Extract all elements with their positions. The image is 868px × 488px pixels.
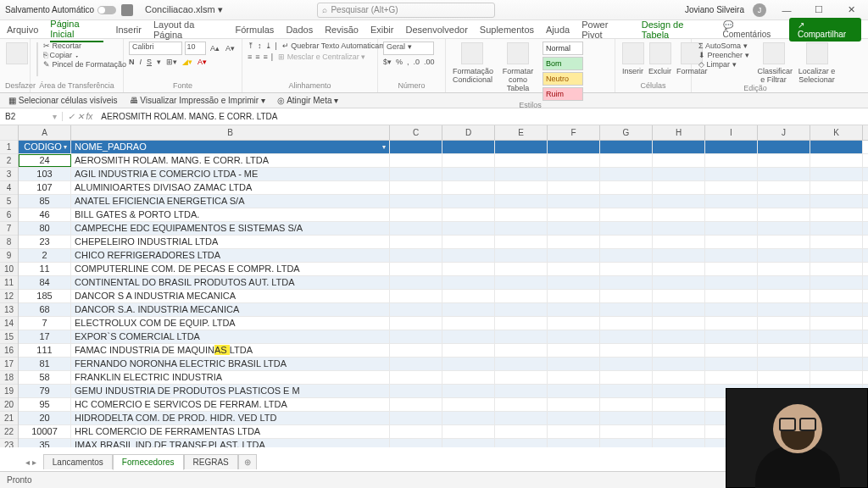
sheet-tab-regras[interactable]: REGRAS — [184, 454, 238, 469]
cell[interactable]: CHICO REFRIGERADORES LTDA — [71, 249, 390, 262]
cell[interactable]: 46 — [19, 208, 71, 221]
cell[interactable] — [442, 290, 495, 302]
style-chip-neutro[interactable]: Neutro — [542, 72, 583, 86]
col-header-J[interactable]: J — [758, 125, 810, 140]
row-header[interactable]: 18 — [0, 371, 18, 385]
cell[interactable] — [495, 303, 548, 316]
tab-inserir[interactable]: Inserir — [115, 23, 142, 36]
cell[interactable] — [495, 412, 548, 424]
cell[interactable]: ALUMINIOARTES DIVISAO ZAMAC LTDA — [71, 181, 390, 194]
row-header[interactable]: 17 — [0, 358, 18, 371]
cell[interactable]: 79 — [19, 385, 71, 397]
increase-decimal-button[interactable]: .0 — [414, 58, 420, 66]
cell[interactable]: BILL GATES & PORTO LTDA. — [71, 208, 390, 221]
cell[interactable] — [548, 358, 600, 370]
copy-button[interactable]: ⎘ Copiar ▾ — [42, 51, 128, 59]
cell[interactable]: CHEPELEIRO INDUSTRIAL LTDA — [71, 236, 390, 248]
user-name[interactable]: Joviano Silveira — [685, 5, 744, 14]
cell[interactable]: GEMU INDUSTRIA DE PRODUTOS PLASTICOS E M — [71, 385, 390, 397]
insert-cells-button[interactable] — [622, 42, 644, 64]
print-preview-button[interactable]: 🖶 Visualizar Impressão e Imprimir ▾ — [130, 96, 265, 105]
cell[interactable]: 2 — [19, 249, 71, 262]
row-header[interactable]: 3 — [0, 168, 18, 181]
cell[interactable] — [705, 181, 758, 194]
cell[interactable] — [810, 222, 863, 235]
cell[interactable] — [442, 249, 495, 262]
cell[interactable]: 68 — [19, 303, 71, 316]
cell[interactable] — [653, 263, 705, 275]
cell[interactable] — [810, 195, 863, 208]
fill-color-button[interactable]: ◢▾ — [182, 58, 192, 66]
cell[interactable] — [810, 236, 863, 248]
col-header-D[interactable]: D — [442, 125, 495, 140]
cell[interactable] — [758, 208, 810, 221]
cell[interactable] — [653, 425, 705, 438]
cell[interactable] — [548, 439, 600, 447]
sheet-nav[interactable]: ◂ ▸ — [19, 455, 43, 469]
row-header[interactable]: 1 — [0, 141, 18, 154]
cell[interactable]: 107 — [19, 181, 71, 194]
row-header[interactable]: 16 — [0, 344, 18, 358]
cell[interactable] — [548, 412, 600, 424]
cell[interactable] — [600, 398, 653, 411]
cell[interactable] — [705, 330, 758, 343]
cell[interactable]: 111 — [19, 344, 71, 357]
fx-icon[interactable]: ✓ ✕ fx — [63, 112, 97, 121]
col-header-K[interactable]: K — [810, 125, 863, 140]
cell[interactable] — [600, 344, 653, 357]
underline-button[interactable]: S — [147, 58, 152, 66]
autosave-toggle[interactable]: Salvamento Automático — [5, 5, 116, 14]
col-header-F[interactable]: F — [548, 125, 600, 140]
cell[interactable] — [495, 290, 548, 302]
tab-power-pivot[interactable]: Power Pivot — [581, 18, 630, 42]
cell[interactable] — [442, 398, 495, 411]
cell[interactable] — [390, 425, 442, 438]
cell[interactable]: DANCOR S A INDUSTRIA MECANICA — [71, 290, 390, 302]
sort-filter-button[interactable] — [763, 42, 785, 64]
cell[interactable]: 185 — [19, 290, 71, 302]
font-size-combo[interactable]: 10 — [185, 42, 206, 55]
cell[interactable] — [495, 398, 548, 411]
cell[interactable]: 11 — [19, 263, 71, 275]
cell[interactable] — [758, 168, 810, 180]
cell[interactable] — [600, 317, 653, 330]
cell[interactable] — [442, 303, 495, 316]
cell[interactable] — [705, 236, 758, 248]
col-header-I[interactable]: I — [705, 125, 758, 140]
cell[interactable]: CAMPECHE EDC EQUIPAMENTOS E SISTEMAS S/A — [71, 222, 390, 235]
cell[interactable] — [810, 168, 863, 180]
cell[interactable] — [390, 371, 442, 384]
cell[interactable] — [653, 303, 705, 316]
find-select-button[interactable] — [806, 42, 828, 64]
cell[interactable]: 84 — [19, 276, 71, 289]
format-painter-button[interactable]: ✎ Pincel de Formatação — [42, 60, 128, 69]
cell[interactable]: COMPUTERLINE COM. DE PECAS E COMPR. LTDA — [71, 263, 390, 275]
cell[interactable] — [600, 371, 653, 384]
cell[interactable]: ELECTROLUX COM DE EQUIP. LTDA — [71, 317, 390, 330]
cell[interactable] — [442, 439, 495, 447]
cell[interactable] — [442, 168, 495, 180]
cell[interactable] — [390, 317, 442, 330]
cell[interactable]: 85 — [19, 195, 71, 208]
cell[interactable] — [600, 290, 653, 302]
cell[interactable] — [810, 263, 863, 275]
row-header[interactable]: 19 — [0, 385, 18, 398]
align-bottom-button[interactable]: ⤓ — [265, 42, 272, 50]
fill-button[interactable]: ⬇ Preencher ▾ — [697, 51, 751, 59]
decrease-font-button[interactable]: A▾ — [224, 44, 236, 53]
cell[interactable] — [442, 385, 495, 397]
comments-button[interactable]: 💬 Comentários — [723, 20, 781, 39]
style-chip-normal[interactable]: Normal — [542, 42, 583, 55]
cell[interactable] — [810, 154, 863, 167]
cell[interactable] — [758, 195, 810, 208]
col-header-C[interactable]: C — [390, 125, 442, 140]
row-header[interactable]: 22 — [0, 425, 18, 439]
tab-exibir[interactable]: Exibir — [370, 23, 394, 36]
row-header[interactable]: 13 — [0, 303, 18, 317]
cell[interactable] — [548, 344, 600, 357]
cell[interactable] — [495, 208, 548, 221]
cell[interactable] — [705, 290, 758, 302]
cell[interactable] — [390, 222, 442, 235]
style-chip-ruim[interactable]: Ruim — [542, 87, 583, 101]
col-header-G[interactable]: G — [600, 125, 653, 140]
